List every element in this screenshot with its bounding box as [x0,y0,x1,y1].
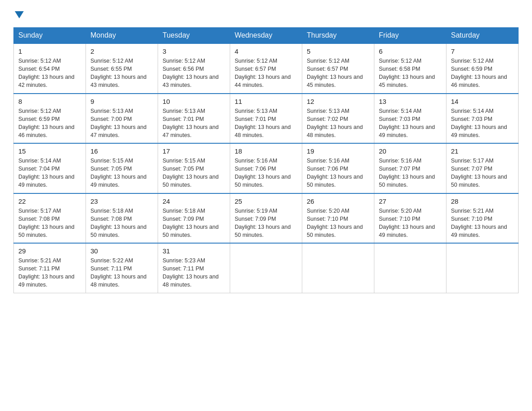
day-of-week-header: Thursday [302,28,374,44]
calendar-day-cell: 25 Sunrise: 5:19 AMSunset: 7:09 PMDaylig… [230,193,302,244]
calendar-day-cell [230,243,302,293]
day-info: Sunrise: 5:16 AMSunset: 7:07 PMDaylight:… [379,158,435,188]
calendar-day-cell: 10 Sunrise: 5:13 AMSunset: 7:01 PMDaylig… [158,94,230,144]
day-number: 27 [379,197,442,205]
day-info: Sunrise: 5:12 AMSunset: 6:56 PMDaylight:… [163,58,219,88]
day-of-week-header: Monday [86,28,158,44]
day-info: Sunrise: 5:13 AMSunset: 7:01 PMDaylight:… [235,108,291,138]
day-info: Sunrise: 5:23 AMSunset: 7:11 PMDaylight:… [163,257,219,288]
day-number: 5 [307,47,369,55]
calendar-day-cell: 22 Sunrise: 5:17 AMSunset: 7:08 PMDaylig… [14,193,86,244]
calendar-week-row: 8 Sunrise: 5:12 AMSunset: 6:59 PMDayligh… [14,94,519,144]
day-info: Sunrise: 5:12 AMSunset: 6:55 PMDaylight:… [90,58,146,88]
logo-blue-text [13,11,24,19]
day-number: 29 [18,247,81,255]
day-number: 17 [163,147,225,155]
calendar-day-cell: 9 Sunrise: 5:13 AMSunset: 7:00 PMDayligh… [86,94,158,144]
day-number: 31 [163,247,225,255]
calendar-day-cell: 26 Sunrise: 5:20 AMSunset: 7:10 PMDaylig… [302,193,374,244]
calendar-day-cell: 13 Sunrise: 5:14 AMSunset: 7:03 PMDaylig… [374,94,446,144]
day-number: 22 [18,197,81,205]
calendar-week-row: 29 Sunrise: 5:21 AMSunset: 7:11 PMDaylig… [14,243,519,293]
calendar-day-cell: 15 Sunrise: 5:14 AMSunset: 7:04 PMDaylig… [14,143,86,193]
calendar-week-row: 1 Sunrise: 5:12 AMSunset: 6:54 PMDayligh… [14,43,519,94]
calendar-day-cell: 16 Sunrise: 5:15 AMSunset: 7:05 PMDaylig… [86,143,158,193]
day-of-week-header: Sunday [14,28,86,44]
logo-triangle-icon [15,11,24,18]
day-info: Sunrise: 5:12 AMSunset: 6:54 PMDaylight:… [18,58,74,88]
calendar-day-cell: 24 Sunrise: 5:18 AMSunset: 7:09 PMDaylig… [158,193,230,244]
day-info: Sunrise: 5:13 AMSunset: 7:02 PMDaylight:… [307,108,363,138]
day-number: 11 [235,98,297,105]
page-header [13,9,519,19]
day-number: 12 [307,98,369,105]
calendar-day-cell: 30 Sunrise: 5:22 AMSunset: 7:11 PMDaylig… [86,243,158,293]
calendar-day-cell: 18 Sunrise: 5:16 AMSunset: 7:06 PMDaylig… [230,143,302,193]
calendar-day-cell: 19 Sunrise: 5:16 AMSunset: 7:06 PMDaylig… [302,143,374,193]
day-number: 25 [235,197,297,205]
calendar-day-cell: 28 Sunrise: 5:21 AMSunset: 7:10 PMDaylig… [446,193,519,244]
day-number: 2 [90,47,153,55]
day-of-week-header: Saturday [446,28,519,44]
calendar-day-cell: 6 Sunrise: 5:12 AMSunset: 6:58 PMDayligh… [374,43,446,94]
day-info: Sunrise: 5:12 AMSunset: 6:59 PMDaylight:… [18,108,74,138]
calendar-week-row: 22 Sunrise: 5:17 AMSunset: 7:08 PMDaylig… [14,193,519,244]
day-number: 7 [451,47,514,55]
calendar-body: 1 Sunrise: 5:12 AMSunset: 6:54 PMDayligh… [14,43,519,293]
calendar-header: SundayMondayTuesdayWednesdayThursdayFrid… [14,28,519,44]
day-number: 1 [18,47,81,55]
day-number: 14 [451,98,514,105]
day-info: Sunrise: 5:21 AMSunset: 7:10 PMDaylight:… [451,208,507,238]
calendar-day-cell: 20 Sunrise: 5:16 AMSunset: 7:07 PMDaylig… [374,143,446,193]
day-number: 24 [163,197,225,205]
calendar-day-cell: 27 Sunrise: 5:20 AMSunset: 7:10 PMDaylig… [374,193,446,244]
day-info: Sunrise: 5:17 AMSunset: 7:08 PMDaylight:… [18,208,74,238]
calendar-day-cell: 14 Sunrise: 5:14 AMSunset: 7:03 PMDaylig… [446,94,519,144]
calendar-day-cell: 21 Sunrise: 5:17 AMSunset: 7:07 PMDaylig… [446,143,519,193]
day-info: Sunrise: 5:18 AMSunset: 7:08 PMDaylight:… [90,208,146,238]
calendar-day-cell [374,243,446,293]
day-number: 18 [235,147,297,155]
day-info: Sunrise: 5:13 AMSunset: 7:00 PMDaylight:… [90,108,146,138]
day-info: Sunrise: 5:13 AMSunset: 7:01 PMDaylight:… [163,108,219,138]
calendar-day-cell: 29 Sunrise: 5:21 AMSunset: 7:11 PMDaylig… [14,243,86,293]
calendar-table: SundayMondayTuesdayWednesdayThursdayFrid… [13,27,519,293]
calendar-day-cell: 8 Sunrise: 5:12 AMSunset: 6:59 PMDayligh… [14,94,86,144]
logo [13,9,24,19]
day-number: 4 [235,47,297,55]
calendar-day-cell: 4 Sunrise: 5:12 AMSunset: 6:57 PMDayligh… [230,43,302,94]
calendar-day-cell [302,243,374,293]
day-info: Sunrise: 5:20 AMSunset: 7:10 PMDaylight:… [307,208,363,238]
day-number: 26 [307,197,369,205]
day-number: 23 [90,197,153,205]
day-info: Sunrise: 5:12 AMSunset: 6:58 PMDaylight:… [379,58,435,88]
day-info: Sunrise: 5:20 AMSunset: 7:10 PMDaylight:… [379,208,435,238]
calendar-day-cell: 3 Sunrise: 5:12 AMSunset: 6:56 PMDayligh… [158,43,230,94]
day-info: Sunrise: 5:17 AMSunset: 7:07 PMDaylight:… [451,158,507,188]
calendar-day-cell: 31 Sunrise: 5:23 AMSunset: 7:11 PMDaylig… [158,243,230,293]
day-number: 8 [18,98,81,105]
calendar-day-cell: 17 Sunrise: 5:15 AMSunset: 7:05 PMDaylig… [158,143,230,193]
calendar-day-cell: 2 Sunrise: 5:12 AMSunset: 6:55 PMDayligh… [86,43,158,94]
day-number: 6 [379,47,442,55]
day-number: 3 [163,47,225,55]
day-of-week-header: Wednesday [230,28,302,44]
calendar-day-cell: 1 Sunrise: 5:12 AMSunset: 6:54 PMDayligh… [14,43,86,94]
calendar-day-cell: 23 Sunrise: 5:18 AMSunset: 7:08 PMDaylig… [86,193,158,244]
day-info: Sunrise: 5:12 AMSunset: 6:57 PMDaylight:… [235,58,291,88]
day-info: Sunrise: 5:14 AMSunset: 7:03 PMDaylight:… [451,108,507,138]
day-of-week-header: Friday [374,28,446,44]
calendar-day-cell: 11 Sunrise: 5:13 AMSunset: 7:01 PMDaylig… [230,94,302,144]
day-number: 15 [18,147,81,155]
day-number: 19 [307,147,369,155]
day-info: Sunrise: 5:16 AMSunset: 7:06 PMDaylight:… [235,158,291,188]
day-number: 21 [451,147,514,155]
day-info: Sunrise: 5:21 AMSunset: 7:11 PMDaylight:… [18,257,74,288]
days-of-week-row: SundayMondayTuesdayWednesdayThursdayFrid… [14,28,519,44]
day-number: 20 [379,147,442,155]
calendar-day-cell [446,243,519,293]
day-number: 13 [379,98,442,105]
day-info: Sunrise: 5:18 AMSunset: 7:09 PMDaylight:… [163,208,219,238]
day-number: 28 [451,197,514,205]
day-info: Sunrise: 5:15 AMSunset: 7:05 PMDaylight:… [90,158,146,188]
